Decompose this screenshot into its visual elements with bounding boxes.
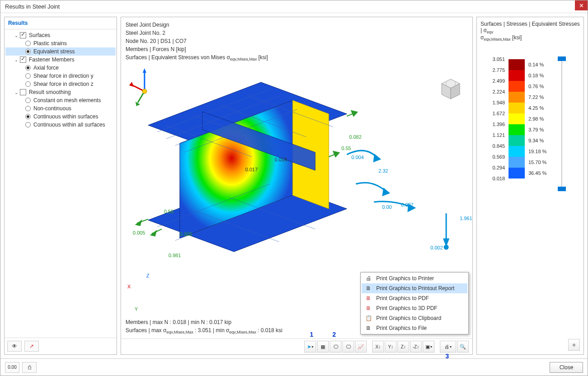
tree-constant[interactable]: Constant on mesh elements — [5, 96, 116, 104]
clipboard-icon: 📋 — [364, 315, 373, 321]
checkbox-fastener[interactable] — [20, 56, 26, 63]
annot-0082: 0.082 — [349, 134, 362, 140]
file-icon: 🗎 — [364, 325, 373, 331]
chevron-down-icon: ⌄ — [14, 57, 19, 62]
radio-noncontinuous[interactable] — [25, 106, 31, 111]
zoom-button[interactable]: 🔍 — [457, 341, 469, 352]
radio-plastic-strains[interactable] — [25, 41, 31, 46]
chevron-down-icon: ⌄ — [14, 90, 19, 95]
axis-negz-icon: -Z↕ — [413, 344, 419, 349]
checkbox-surfaces[interactable] — [20, 32, 26, 38]
annot-232: 2.32 — [378, 168, 388, 174]
view-eye-button[interactable]: 👁 — [7, 341, 22, 352]
callout-2: 2 — [332, 331, 336, 338]
units-icon: ⎙ — [28, 364, 31, 371]
close-button[interactable]: Close — [550, 362, 583, 373]
tree-within-surfaces[interactable]: Continuous within surfaces — [5, 113, 116, 121]
radio-equivalent-stress[interactable] — [25, 49, 31, 54]
legend-colors — [509, 59, 525, 179]
radio-constant[interactable] — [25, 98, 31, 103]
orientation-cube[interactable] — [434, 72, 467, 104]
tool-chart-button[interactable]: 📈 — [355, 341, 367, 352]
tree-surfaces[interactable]: ⌄ Surfaces — [5, 31, 116, 39]
tree-shear-y[interactable]: Shear force in direction y — [5, 72, 116, 80]
tree-plastic-strains[interactable]: Plastic strains — [5, 39, 116, 47]
printer-icon: 🖨 — [364, 275, 373, 282]
svg-marker-18 — [136, 221, 141, 226]
legend-settings-button[interactable]: ≡ — [568, 339, 580, 351]
svg-marker-25 — [374, 155, 380, 161]
viewport-toolbar: 1 2 ➤▾ ▦ 🖵 🖵 📈 X↕ Y↕ Z↕ -Z↕ ▣▾ 🖨▾ 🔍 3 — [121, 338, 472, 354]
window-close-button[interactable]: ✕ — [575, 0, 588, 10]
bottom-bar: 0.00 ⎙ Close — [0, 358, 588, 376]
annot-1961: 1.961 — [460, 216, 472, 221]
print-button[interactable]: 🖨▾ — [440, 341, 456, 352]
menu-print-report[interactable]: 🗎Print Graphics to Printout Report — [362, 283, 467, 293]
svg-point-30 — [444, 245, 448, 249]
tree-smoothing[interactable]: ⌄ Result smoothing — [5, 88, 116, 96]
magnifier-icon: 🔍 — [460, 344, 466, 350]
radio-axial-force[interactable] — [25, 65, 31, 70]
tree-within-all[interactable]: Continuous within all surfaces — [5, 121, 116, 129]
tree-axial-force[interactable]: Axial force — [5, 64, 116, 72]
axis-x-label: X — [127, 284, 131, 289]
radio-shear-y[interactable] — [25, 73, 31, 79]
slider-thumb-top[interactable] — [558, 56, 566, 61]
tool-win1-button[interactable]: ▦ — [317, 341, 329, 352]
svg-point-37 — [142, 89, 147, 94]
chart-icon: 📈 — [358, 344, 364, 350]
axis-y-icon: Y↕ — [388, 344, 393, 349]
axis-z-icon: Z↕ — [401, 344, 406, 349]
view-cube-button[interactable]: ▣▾ — [423, 341, 434, 352]
sidebar-header: Results — [5, 17, 117, 29]
menu-print-file[interactable]: 🗎Print Graphics to File — [362, 323, 467, 333]
menu-print-clipboard[interactable]: 📋Print Graphics to Clipboard — [362, 313, 467, 323]
tree-fastener-members[interactable]: ⌄ Fastener Members — [5, 56, 116, 64]
display-mode-button[interactable]: ➤▾ — [304, 341, 316, 352]
chevron-down-icon: ⌄ — [14, 33, 19, 38]
results-sidebar: Results ⌄ Surfaces Plastic strains Equiv… — [4, 17, 117, 355]
annot-017: 0.017 — [245, 167, 258, 172]
annot-018: 0.018 — [275, 157, 287, 162]
viewport-header: Steel Joint Design Steel Joint No. 2 Nod… — [121, 17, 472, 66]
tool-win2-button[interactable]: 🖵 — [330, 341, 341, 352]
view-neg-z-button[interactable]: -Z↕ — [410, 341, 422, 352]
callout-3: 3 — [445, 352, 449, 360]
tree-equivalent-stress[interactable]: Equivalent stress — [5, 47, 116, 56]
checkbox-smoothing[interactable] — [20, 89, 26, 95]
annot-004: 0.004 — [351, 155, 364, 160]
svg-marker-32 — [143, 68, 146, 73]
annot-002: 0.002 — [430, 245, 443, 250]
annot-005b: 0.005 — [180, 231, 192, 237]
annot-007: 0.007 — [401, 202, 414, 207]
window-icon: ▦ — [321, 344, 325, 350]
axis-x-icon: X↕ — [375, 344, 381, 349]
view-z-button[interactable]: Z↕ — [397, 341, 409, 352]
menu-print-3dpdf[interactable]: 🗎Print Graphics to 3D PDF — [362, 303, 467, 313]
monitor-icon: 🖵 — [333, 344, 338, 349]
svg-marker-24 — [333, 151, 339, 157]
view-x-button[interactable]: X↕ — [372, 341, 384, 352]
view-trend-button[interactable]: ↗ — [24, 341, 39, 352]
footer-units-button[interactable]: ⎙ — [22, 362, 37, 373]
monitor-play-icon: 🖵 — [346, 344, 351, 349]
tool-win3-button[interactable]: 🖵 — [342, 341, 354, 352]
view-y-button[interactable]: Y↕ — [385, 341, 397, 352]
radio-shear-z[interactable] — [25, 81, 31, 87]
footer-settings-button[interactable]: 0.00 — [5, 362, 19, 373]
axis-z-label: Z — [146, 273, 149, 278]
radio-within-all[interactable] — [25, 122, 31, 127]
menu-print-printer[interactable]: 🖨Print Graphics to Printer — [362, 273, 467, 283]
pdf-icon: 🗎 — [364, 295, 373, 301]
annot-055a: 0.55 — [341, 146, 351, 151]
tree-shear-z[interactable]: Shear force in direction z — [5, 80, 116, 88]
eye-icon: 👁 — [12, 343, 17, 349]
report-icon: 🗎 — [364, 285, 373, 291]
radio-within-surfaces[interactable] — [25, 114, 31, 119]
slider-thumb-bottom[interactable] — [558, 187, 566, 191]
main-panel: Steel Joint Design Steel Joint No. 2 Nod… — [121, 17, 473, 355]
close-icon: ✕ — [579, 2, 584, 9]
legend-slider[interactable] — [559, 58, 565, 189]
menu-print-pdf[interactable]: 🗎Print Graphics to PDF — [362, 293, 467, 303]
tree-noncontinuous[interactable]: Non-continuous — [5, 104, 116, 113]
